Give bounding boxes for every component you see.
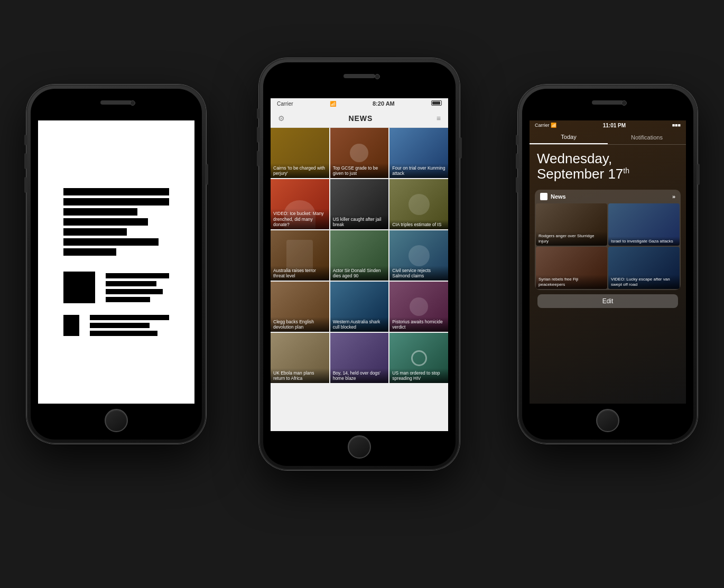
news-cell-civilservice[interactable]: Civil service rejects Salmond claims (389, 230, 448, 281)
right-power-button[interactable] (698, 164, 700, 185)
right-screen: Carrier 📶 11:01 PM ■■■ Today Notificatio… (530, 120, 686, 404)
left-home-button[interactable] (105, 409, 128, 432)
news-caption-gcse: Top GCSE grade to be given to just (330, 163, 389, 178)
edit-button[interactable]: Edit (537, 294, 678, 308)
news-grid: Cairns 'to be charged with perjury' Top … (271, 128, 448, 383)
widget-cell-lucky[interactable]: VIDEO: Lucky escape after van swept off … (608, 247, 680, 289)
center-volume-up-button[interactable] (257, 127, 259, 143)
right-volume-up-button[interactable] (516, 153, 518, 169)
news-cell-pistorius[interactable]: Pistorius awaits homicide verdict (389, 282, 448, 332)
right-date-area: Wednesday,September 17th (530, 145, 686, 185)
tab-notifications[interactable]: Notifications (608, 130, 686, 144)
time-label: 8:20 AM (373, 100, 395, 107)
right-battery: ■■■ (672, 123, 681, 128)
status-bar: Carrier 📶 8:20 AM (271, 98, 448, 109)
news-caption-civilservice: Civil service rejects Salmond claims (389, 266, 448, 281)
news-caption-killer: US killer caught after jail break (330, 214, 389, 229)
news-cell-cairns[interactable]: Cairns 'to be charged with perjury' (271, 128, 329, 178)
bbc-logo-area (38, 120, 194, 404)
center-mute-button[interactable] (257, 108, 259, 119)
news-caption-kunming: Four on trial over Kunming attack (389, 163, 448, 178)
widget-cell-israel[interactable]: Israel to investigate Gaza attacks (608, 203, 680, 246)
news-cell-gcse[interactable]: Top GCSE grade to be given to just (330, 128, 389, 178)
news-cell-clegg[interactable]: Clegg backs English devolution plan (271, 282, 329, 332)
menu-icon[interactable]: ≡ (437, 114, 441, 123)
news-caption-icebucket: VIDEO: Ice bucket: Many drenched, did ma… (271, 209, 329, 229)
phones-container: Carrier 📶 8:20 AM ⚙ NEWS ≡ (0, 0, 724, 588)
widget-caption-syrian: Syrian rebels free Fiji peacekeepers (536, 275, 607, 289)
expand-icon[interactable]: » (672, 193, 675, 200)
phone-left (26, 85, 206, 444)
news-caption-cia: CIA triples estimate of IS (389, 220, 448, 229)
news-widget-grid: Rodgers anger over Sturridge injury Isra… (535, 203, 681, 290)
news-cell-killer[interactable]: US killer caught after jail break (330, 179, 389, 229)
center-home-button[interactable] (348, 435, 371, 459)
nav-bar: ⚙ NEWS ≡ (271, 109, 448, 128)
news-widget-title: News (551, 193, 566, 200)
right-time: 11:01 PM (603, 123, 626, 128)
settings-icon[interactable]: ⚙ (278, 114, 285, 123)
news-caption-shark: Western Australia shark cull blocked (330, 317, 389, 332)
tab-today[interactable]: Today (530, 130, 608, 144)
right-status-bar: Carrier 📶 11:01 PM ■■■ (530, 120, 686, 130)
right-tab-bar: Today Notifications (530, 130, 686, 145)
left-screen (38, 120, 194, 404)
news-widget-icon (540, 193, 547, 200)
news-caption-australia: Australia raises terror threat level (271, 266, 329, 281)
center-power-button[interactable] (460, 137, 462, 158)
news-cell-sinden[interactable]: Actor Sir Donald Sinden dies aged 90 (330, 230, 389, 281)
left-camera (130, 100, 135, 106)
news-caption-ebola: UK Ebola man plans return to Africa (271, 368, 329, 383)
news-cell-australia[interactable]: Australia raises terror threat level (271, 230, 329, 281)
phone-right: Carrier 📶 11:01 PM ■■■ Today Notificatio… (518, 85, 698, 444)
right-volume-down-button[interactable] (516, 177, 518, 193)
right-home-button[interactable] (596, 409, 619, 432)
carrier-label: Carrier (277, 101, 293, 107)
left-speaker (100, 100, 132, 105)
right-carrier: Carrier 📶 (535, 123, 556, 128)
news-cell-ebola[interactable]: UK Ebola man plans return to Africa (271, 333, 329, 383)
right-date-text: Wednesday,September 17th (537, 151, 679, 181)
widget-caption-lucky: VIDEO: Lucky escape after van swept off … (608, 275, 680, 289)
right-mute-button[interactable] (516, 135, 518, 145)
news-widget: News » Rodgers anger over Sturridge inju… (535, 190, 681, 290)
left-volume-down-button[interactable] (24, 177, 26, 193)
bbc-bars (63, 188, 169, 336)
battery-icon (431, 100, 442, 107)
widget-caption-rodgers: Rodgers anger over Sturridge injury (536, 231, 607, 246)
center-speaker (344, 74, 375, 78)
left-volume-up-button[interactable] (24, 153, 26, 169)
news-caption-hiv: US man ordered to stop spreading HIV (389, 368, 448, 383)
left-power-button[interactable] (206, 164, 208, 185)
app-title: NEWS (348, 114, 373, 123)
news-cell-hiv[interactable]: US man ordered to stop spreading HIV (389, 333, 448, 383)
widget-cell-syrian[interactable]: Syrian rebels free Fiji peacekeepers (536, 247, 607, 289)
wifi-icon: 📶 (330, 101, 336, 107)
news-cell-kunming[interactable]: Four on trial over Kunming attack (389, 128, 448, 178)
news-cell-boy[interactable]: Boy, 14, held over dogs' home blaze (330, 333, 389, 383)
center-camera (375, 74, 380, 79)
news-caption-sinden: Actor Sir Donald Sinden dies aged 90 (330, 266, 389, 281)
news-cell-icebucket[interactable]: VIDEO: Ice bucket: Many drenched, did ma… (271, 179, 329, 229)
center-volume-down-button[interactable] (257, 151, 259, 166)
left-mute-button[interactable] (24, 135, 26, 145)
news-caption-cairns: Cairns 'to be charged with perjury' (271, 163, 329, 178)
center-screen: Carrier 📶 8:20 AM ⚙ NEWS ≡ (271, 98, 448, 431)
phone-center: Carrier 📶 8:20 AM ⚙ NEWS ≡ (259, 58, 460, 470)
widget-caption-israel: Israel to investigate Gaza attacks (608, 237, 680, 246)
news-cell-shark[interactable]: Western Australia shark cull blocked (330, 282, 389, 332)
news-widget-header: News » (535, 190, 681, 203)
news-caption-pistorius: Pistorius awaits homicide verdict (389, 317, 448, 332)
widget-cell-rodgers[interactable]: Rodgers anger over Sturridge injury (536, 203, 607, 246)
news-caption-boy: Boy, 14, held over dogs' home blaze (330, 368, 389, 383)
news-caption-clegg: Clegg backs English devolution plan (271, 317, 329, 332)
right-camera (621, 100, 627, 106)
right-speaker (592, 100, 624, 105)
news-cell-cia[interactable]: CIA triples estimate of IS (389, 179, 448, 229)
